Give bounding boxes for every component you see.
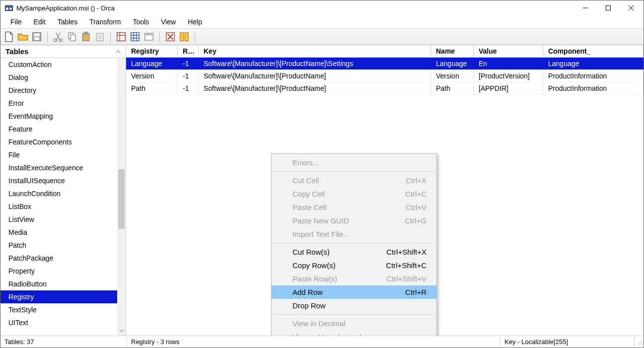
table-row[interactable]: Language-1Software\[Manufacturer]\[Produ… [126, 58, 644, 70]
dialog-icon[interactable] [143, 31, 154, 42]
cell-component[interactable]: ProductInformation [543, 82, 644, 94]
table-list-item[interactable]: LaunchCondition [0, 187, 126, 200]
status-bar: Tables: 37 Registry - 3 rows Key - Local… [0, 336, 644, 348]
table-list-item[interactable]: RadioButton [0, 278, 126, 290]
table-icon[interactable] [130, 31, 141, 42]
table-list-item[interactable]: Directory [0, 84, 126, 97]
cell-component[interactable]: Language [543, 58, 644, 70]
cell-name[interactable]: Version [431, 70, 474, 82]
column-header-value[interactable]: Value [474, 45, 543, 57]
cell-registry[interactable]: Path [126, 82, 178, 94]
cm-separator [272, 171, 436, 172]
table-list-item[interactable]: Feature [0, 123, 126, 136]
table-list-item[interactable]: Registry [0, 290, 126, 303]
cm-separator [272, 314, 436, 315]
table-list-item[interactable]: PatchPackage [0, 252, 126, 265]
close-button[interactable] [620, 0, 643, 15]
tables-sidebar-header[interactable]: Tables [0, 45, 126, 58]
menu-file[interactable]: File [4, 17, 28, 27]
column-header-registry[interactable]: Registry [126, 45, 178, 57]
cm-cut-rows[interactable]: Cut Row(s)Ctrl+Shift+X [272, 245, 436, 259]
cell-registry[interactable]: Language [126, 58, 178, 70]
cell-root[interactable]: -1 [178, 82, 199, 94]
menu-tables[interactable]: Tables [52, 17, 83, 27]
cm-add-row[interactable]: Add RowCtrl+R [272, 285, 436, 299]
column-header-component[interactable]: Component_ [543, 45, 644, 57]
cm-copy-rows[interactable]: Copy Row(s)Ctrl+Shift+C [272, 259, 436, 272]
cell-value[interactable]: [APPDIR] [474, 82, 543, 94]
table-content: Registry R... Key Name Value Component_ … [126, 45, 644, 336]
paste-special-icon[interactable] [94, 31, 105, 42]
save-icon[interactable] [31, 31, 42, 42]
cm-view-decimal[interactable]: View in Decimal [272, 317, 436, 330]
menu-help[interactable]: Help [182, 17, 208, 27]
maximize-button[interactable] [597, 0, 620, 15]
new-file-icon[interactable] [3, 31, 14, 42]
table-list-item[interactable]: Error [0, 97, 126, 110]
cell-value[interactable]: En [474, 58, 543, 70]
scrollbar[interactable] [117, 58, 126, 336]
chevron-down-icon[interactable] [117, 327, 126, 335]
cell-component[interactable]: ProductInformation [543, 70, 644, 82]
toolbar-separator [195, 31, 195, 42]
scrollbar-thumb[interactable] [118, 169, 125, 229]
menu-edit[interactable]: Edit [28, 17, 52, 27]
cm-paste-cell[interactable]: Paste CellCtrl+V [272, 201, 436, 214]
cell-key[interactable]: Software\[Manufacturer]\[ProductName]\Se… [199, 58, 431, 70]
table-list-item[interactable]: File [0, 148, 126, 161]
cm-cut-cell[interactable]: Cut CellCtrl+X [272, 174, 436, 187]
main-area: Tables CustomActionDialogDirectoryErrorE… [0, 45, 644, 336]
status-row-count: Registry - 3 rows [127, 337, 501, 347]
status-tables-count: Tables: 37 [0, 337, 127, 347]
table-list-item[interactable]: Property [0, 265, 126, 278]
cell-registry[interactable]: Version [126, 70, 178, 82]
cm-copy-cell[interactable]: Copy CellCtrl+C [272, 187, 436, 201]
cell-root[interactable]: -1 [178, 58, 199, 70]
menu-view[interactable]: View [155, 17, 182, 27]
cm-drop-row[interactable]: Drop Row [272, 299, 436, 312]
menu-transform[interactable]: Transform [83, 17, 127, 27]
menu-tools[interactable]: Tools [127, 17, 155, 27]
table-row[interactable]: Path-1Software\[Manufacturer]\[ProductNa… [126, 82, 644, 95]
cell-root[interactable]: -1 [178, 70, 199, 82]
table-list-item[interactable]: Patch [0, 239, 126, 252]
cell-key[interactable]: Software\[Manufacturer]\[ProductName] [199, 70, 431, 82]
cell-value[interactable]: [ProductVersion] [474, 70, 543, 82]
cm-paste-guid[interactable]: Paste New GUIDCtrl+G [272, 214, 436, 227]
cm-errors[interactable]: Errors... [272, 156, 436, 169]
table-list-item[interactable]: ListView [0, 213, 126, 226]
cut-icon[interactable] [53, 31, 64, 42]
cell-name[interactable]: Language [431, 58, 474, 70]
table-list-item[interactable]: Media [0, 226, 126, 239]
cell-key[interactable]: Software\[Manufacturer]\[ProductName] [199, 82, 431, 94]
svg-rect-23 [180, 33, 184, 41]
cm-paste-rows[interactable]: Paste Row(s)Ctrl+Shift+V [272, 272, 436, 285]
table-list-item[interactable]: Dialog [0, 71, 126, 84]
column-header-key[interactable]: Key [199, 45, 431, 57]
app-icon [4, 3, 13, 12]
table-list-item[interactable]: UIText [0, 316, 126, 329]
transform-apply-icon[interactable] [165, 31, 176, 42]
column-header-name[interactable]: Name [431, 45, 474, 57]
table-list-item[interactable]: TextStyle [0, 303, 126, 316]
minimize-button[interactable] [574, 0, 597, 15]
paste-icon[interactable] [80, 31, 91, 42]
cm-view-hex[interactable]: View in Hexadecimal [272, 330, 436, 336]
open-file-icon[interactable] [17, 31, 28, 42]
table-row[interactable]: Version-1Software\[Manufacturer]\[Produc… [126, 70, 644, 82]
resize-grip-icon[interactable] [635, 338, 644, 346]
transform-compare-icon[interactable] [179, 31, 190, 42]
table-list-item[interactable]: ListBox [0, 200, 126, 213]
column-header-root[interactable]: R... [178, 45, 199, 57]
cell-name[interactable]: Path [431, 82, 474, 94]
table-list-item[interactable]: InstallUISequence [0, 174, 126, 187]
validation-icon[interactable] [116, 31, 127, 42]
table-list-item[interactable]: FeatureComponents [0, 136, 126, 148]
table-list-item[interactable]: EventMapping [0, 110, 126, 123]
table-list-item[interactable]: InstallExecuteSequence [0, 161, 126, 174]
toolbar-separator [110, 31, 111, 42]
copy-icon[interactable] [67, 31, 77, 42]
tables-list: CustomActionDialogDirectoryErrorEventMap… [0, 58, 126, 336]
table-list-item[interactable]: CustomAction [0, 58, 126, 71]
cm-import-text[interactable]: Import Text File... [272, 227, 436, 241]
